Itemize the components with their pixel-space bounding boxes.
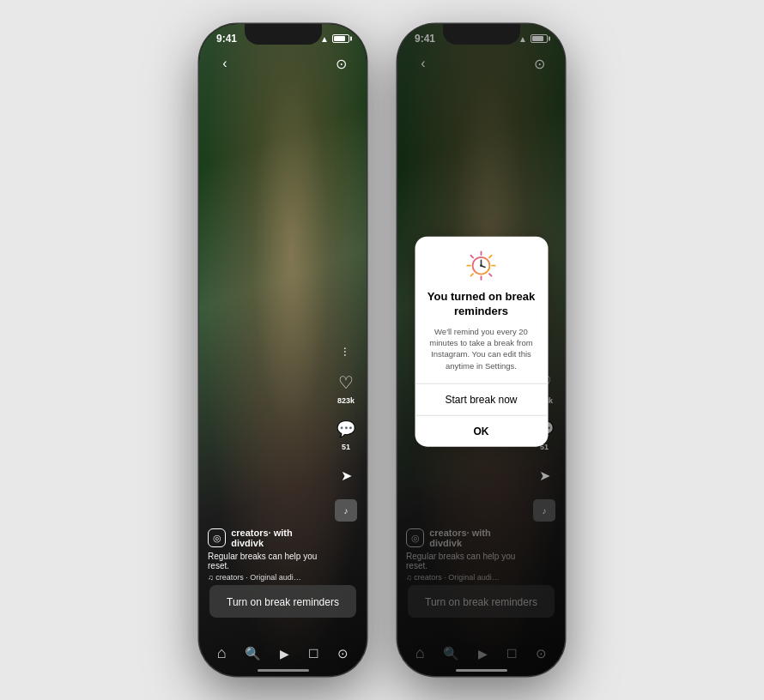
search-nav-icon-1[interactable]: 🔍: [245, 646, 261, 661]
music-thumb-1[interactable]: ♪: [335, 499, 357, 522]
svg-line-7: [489, 274, 492, 276]
creator-row-1: ◎ creators· with divdivk: [208, 528, 324, 548]
svg-point-11: [480, 264, 482, 267]
audio-text-1: ♫ creators · Original audi…: [208, 573, 324, 582]
music-icon-1: ♪: [344, 506, 349, 516]
ok-button[interactable]: OK: [415, 416, 548, 447]
comment-icon-1: 💬: [334, 417, 358, 441]
like-count-1: 823k: [337, 396, 355, 405]
dialog-description: We'll remind you every 20 minutes to tak…: [427, 325, 536, 371]
signal-bar-1: [301, 39, 304, 43]
signal-bar-2-3: [506, 36, 509, 43]
comment-action-1[interactable]: 💬 51: [334, 417, 358, 451]
signal-bar-2-1: [500, 39, 502, 43]
share-icon-1: ➤: [334, 463, 358, 487]
start-break-button[interactable]: Start break now: [415, 384, 548, 415]
scene: 9:41 ▲ ‹ ⊙: [0, 0, 764, 700]
signal-bar-2-2: [503, 38, 506, 43]
comment-count-1: 51: [342, 443, 350, 451]
status-icons-1: ▲: [301, 34, 349, 44]
dialog-title: You turned on break reminders: [427, 290, 536, 319]
more-icon-1[interactable]: ···: [339, 347, 353, 357]
break-reminder-dialog: You turned on break reminders We'll remi…: [415, 237, 548, 447]
phone-1: 9:41 ▲ ‹ ⊙: [199, 24, 367, 676]
clock-icon: [466, 250, 497, 281]
status-time-1: 9:41: [216, 33, 237, 45]
signal-icon-2: [500, 34, 512, 43]
svg-line-5: [489, 256, 492, 258]
svg-line-4: [471, 256, 474, 258]
signal-bar-2-4: [510, 34, 512, 43]
dialog-body: You turned on break reminders We'll remi…: [415, 237, 548, 371]
signal-icon: [301, 34, 314, 43]
phone-2: 9:41 ▲ ‹ ⊙: [397, 24, 565, 676]
home-nav-icon-1[interactable]: ⌂: [217, 644, 227, 662]
share-action-1[interactable]: ➤: [334, 463, 358, 487]
top-nav-1: ‹ ⊙: [199, 51, 367, 75]
battery-fill: [334, 36, 345, 41]
bottom-info-1: ◎ creators· with divdivk Regular breaks …: [208, 528, 324, 582]
like-action-1[interactable]: ♡ 823k: [334, 371, 358, 405]
side-actions-1: ··· ♡ 823k 💬 51 ➤ ♪: [334, 345, 358, 522]
home-indicator-2: [456, 669, 507, 672]
back-button-1[interactable]: ‹: [213, 51, 237, 75]
reels-nav-icon-1[interactable]: ▶: [280, 647, 289, 661]
heart-icon-1: ♡: [334, 371, 358, 395]
phone-2-screen: 9:41 ▲ ‹ ⊙: [397, 24, 565, 676]
status-bar-1: 9:41 ▲: [199, 33, 367, 45]
caption-1: Regular breaks can help you reset.: [208, 552, 324, 570]
home-indicator-1: [258, 669, 309, 672]
wifi-icon: ▲: [320, 34, 329, 44]
instagram-logo-1: ◎: [208, 528, 226, 547]
break-reminder-button-1[interactable]: Turn on break reminders: [209, 585, 356, 618]
camera-button-1[interactable]: ⊙: [329, 51, 353, 75]
creator-name-1: creators· with divdivk: [231, 528, 324, 548]
svg-line-6: [471, 274, 474, 276]
signal-bar-2: [305, 38, 307, 43]
break-reminder-label-1: Turn on break reminders: [227, 596, 339, 608]
phone-1-screen: 9:41 ▲ ‹ ⊙: [199, 24, 367, 676]
shop-nav-icon-1[interactable]: ☐: [308, 647, 319, 661]
profile-nav-icon-1[interactable]: ⊙: [337, 646, 349, 661]
signal-bar-3: [308, 36, 311, 43]
battery-icon: [332, 34, 349, 43]
bottom-nav-1: ⌂ 🔍 ▶ ☐ ⊙: [199, 644, 367, 662]
signal-bar-4: [312, 34, 314, 43]
